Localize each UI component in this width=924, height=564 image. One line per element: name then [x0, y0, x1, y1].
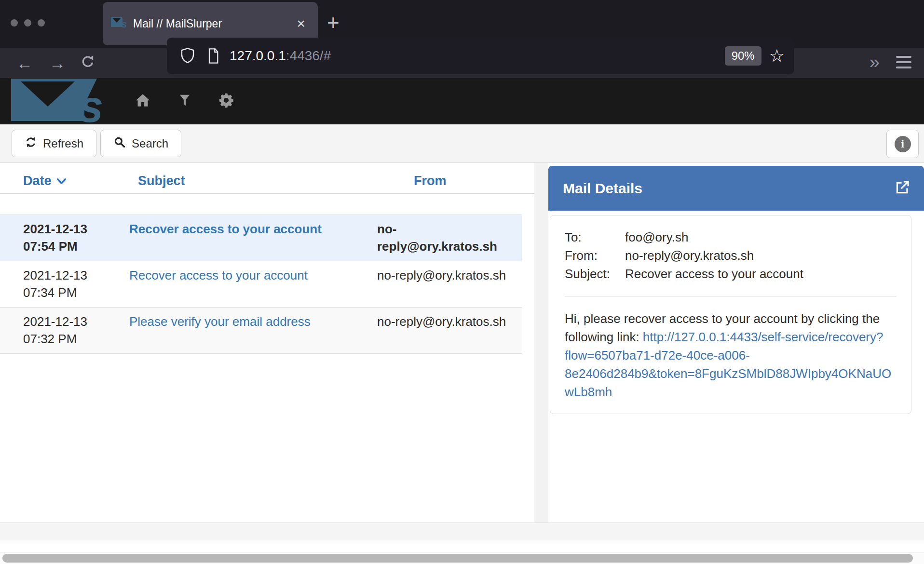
open-in-new-window-icon[interactable] — [894, 179, 910, 198]
svg-text:s: s — [122, 19, 126, 29]
shield-icon[interactable] — [179, 47, 196, 65]
filter-icon[interactable] — [177, 93, 192, 110]
subject-label: Subject: — [565, 265, 625, 283]
card-divider — [565, 296, 897, 297]
window-dot-icon[interactable] — [24, 19, 31, 27]
mail-row[interactable]: 2021-12-13 07:34 PM Recover access to yo… — [0, 261, 522, 308]
refresh-icon — [25, 136, 37, 151]
tab-close-icon[interactable]: × — [294, 16, 308, 31]
refresh-button[interactable]: Refresh — [12, 130, 96, 157]
url-bar[interactable]: 127.0.0.1:4436/# 90% ☆ — [167, 38, 794, 74]
detail-from-row: From: no-reply@ory.kratos.sh — [565, 246, 897, 265]
mail-subject[interactable]: Recover access to your account — [129, 267, 377, 301]
overflow-menu-icon[interactable]: » — [870, 52, 878, 73]
mail-details-panel: Mail Details To: foo@ory.sh From: no-rep… — [548, 163, 924, 523]
mail-body: Hi, please recover access to your accoun… — [565, 309, 897, 401]
zoom-level-badge[interactable]: 90% — [725, 46, 761, 66]
settings-gear-icon[interactable] — [218, 92, 234, 110]
search-icon — [113, 136, 126, 151]
app-menu-icon[interactable] — [896, 56, 911, 68]
home-icon[interactable] — [134, 92, 151, 110]
info-icon: i — [895, 136, 911, 152]
from-value: no-reply@ory.kratos.sh — [625, 246, 897, 265]
mail-list-header: Date Subject From — [0, 163, 534, 193]
mail-list-panel: Date Subject From 2021-12-13 07:54 PM Re… — [0, 163, 534, 523]
window-dot-icon[interactable] — [11, 19, 18, 27]
to-label: To: — [565, 228, 625, 246]
mail-date: 2021-12-13 07:54 PM — [0, 220, 129, 255]
to-value: foo@ory.sh — [625, 228, 897, 246]
sort-chevron-down-icon — [56, 178, 67, 185]
page-info-icon[interactable] — [205, 47, 221, 65]
column-header-subject[interactable]: Subject — [129, 174, 377, 193]
new-tab-button[interactable]: + — [327, 11, 340, 35]
subject-value: Recover access to your account — [625, 265, 897, 283]
mail-subject[interactable]: Please verify your email address — [129, 313, 377, 348]
action-toolbar: Refresh Search i — [0, 124, 924, 163]
refresh-label: Refresh — [43, 137, 83, 150]
scrollbar-thumb[interactable] — [2, 554, 913, 563]
url-text[interactable]: 127.0.0.1:4436/# — [230, 48, 725, 64]
mail-subject[interactable]: Recover access to your account — [129, 220, 377, 255]
browser-navbar: ← → 127.0.0.1:4436/# 90% ☆ » — [0, 48, 924, 78]
mail-details-title: Mail Details — [563, 180, 894, 197]
mail-date: 2021-12-13 07:32 PM — [0, 313, 129, 348]
svg-text:s: s — [79, 82, 103, 123]
search-button[interactable]: Search — [100, 130, 181, 157]
mail-from: no-reply@ory.kratos.sh — [377, 220, 522, 255]
mail-from: no-reply@ory.kratos.sh — [377, 267, 522, 301]
forward-icon[interactable]: → — [49, 55, 66, 71]
mail-row[interactable]: 2021-12-13 07:54 PM Recover access to yo… — [0, 215, 522, 261]
header-divider — [0, 193, 534, 194]
mail-details-header: Mail Details — [548, 166, 924, 211]
tab-title: Mail // MailSlurper — [133, 17, 294, 30]
column-header-date[interactable]: Date — [0, 174, 129, 193]
url-path: :4436/# — [286, 48, 331, 63]
mailslurper-logo: s — [11, 78, 110, 125]
mailslurper-favicon-icon: s — [111, 16, 126, 31]
detail-subject-row: Subject: Recover access to your account — [565, 265, 897, 283]
window-controls[interactable] — [11, 19, 45, 27]
horizontal-scrollbar[interactable] — [0, 552, 924, 564]
mail-details-card: To: foo@ory.sh From: no-reply@ory.kratos… — [550, 215, 911, 414]
mail-date: 2021-12-13 07:34 PM — [0, 267, 129, 301]
main-content: Date Subject From 2021-12-13 07:54 PM Re… — [0, 163, 924, 523]
back-icon[interactable]: ← — [16, 55, 33, 71]
mailslurper-header: s — [0, 78, 924, 124]
panel-divider — [534, 163, 548, 523]
mail-list: 2021-12-13 07:54 PM Recover access to yo… — [0, 215, 522, 354]
search-label: Search — [132, 137, 168, 150]
window-dot-icon[interactable] — [38, 19, 45, 27]
bookmark-star-icon[interactable]: ☆ — [769, 47, 785, 65]
bottom-gray-band — [0, 523, 924, 540]
reload-icon[interactable] — [80, 54, 95, 73]
detail-to-row: To: foo@ory.sh — [565, 228, 897, 246]
column-header-from[interactable]: From — [377, 174, 534, 193]
mail-from: no-reply@ory.kratos.sh — [377, 313, 522, 348]
bottom-white-band — [0, 540, 924, 552]
url-host: 127.0.0.1 — [230, 48, 286, 63]
info-button[interactable]: i — [886, 130, 919, 158]
mail-row[interactable]: 2021-12-13 07:32 PM Please verify your e… — [0, 308, 522, 354]
from-label: From: — [565, 246, 625, 265]
